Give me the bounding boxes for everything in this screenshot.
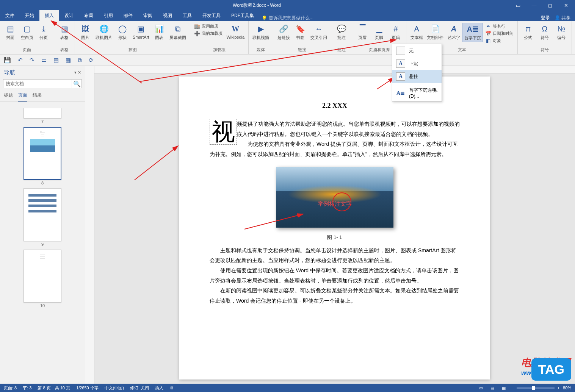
zoom-level[interactable]: 80% xyxy=(563,386,571,390)
save-button[interactable]: 💾 xyxy=(4,57,11,64)
qat-7[interactable]: ⧉ xyxy=(78,57,82,64)
group-pages: ▤封面 ▢空白页 ⤓分页 页面 xyxy=(0,21,54,54)
view-print-button[interactable]: ▤ xyxy=(488,384,497,391)
ribbon: ▤封面 ▢空白页 ⤓分页 页面 ▦表格 表格 🖼图片 🌐联机图片 ◯形状 ▣Sm… xyxy=(0,21,575,55)
login-link[interactable]: 登录 xyxy=(541,15,550,21)
cover-page-button[interactable]: ▤封面 xyxy=(2,23,18,41)
thumb-9[interactable] xyxy=(24,188,61,241)
search-icon[interactable]: 🔍 xyxy=(72,80,81,88)
close-button[interactable]: ✕ xyxy=(558,0,573,11)
drop-cap-selection[interactable]: 视 xyxy=(210,119,237,145)
drop-cap-dropped[interactable]: A下沉 xyxy=(392,57,442,70)
tab-pdf[interactable]: PDF工具集 xyxy=(226,10,259,21)
chart-button[interactable]: 📊图表 xyxy=(151,23,167,41)
document-area[interactable]: 2.2 XXX 视 频提供了功能强大的方法帮助您证明您的观点。当您单击联机视频时… xyxy=(94,66,575,384)
drop-cap-in-margin[interactable]: A悬挂 xyxy=(392,70,442,83)
tell-me[interactable]: 💡 告诉我您想要做什么... xyxy=(262,15,313,21)
page-number-button[interactable]: #页码 xyxy=(388,23,404,41)
thumbnails[interactable]: 7 视—————— 8 9 ———————————— 10 xyxy=(0,102,85,384)
thumb-7[interactable] xyxy=(24,108,61,119)
maximize-button[interactable]: ◻ xyxy=(542,0,558,11)
redo-button[interactable]: ↷ xyxy=(30,57,34,64)
thumb-10[interactable]: ———————————— xyxy=(24,250,61,303)
tab-review[interactable]: 审阅 xyxy=(138,10,158,21)
share-button[interactable]: 👤 共享 xyxy=(555,15,570,21)
thumb-8[interactable]: 视—————— xyxy=(24,127,61,180)
pictures-button[interactable]: 🖼图片 xyxy=(77,23,93,41)
qat-4[interactable]: ▭ xyxy=(41,57,47,64)
zoom-out-button[interactable]: − xyxy=(511,386,513,390)
tab-mailings[interactable]: 邮件 xyxy=(118,10,138,21)
horizontal-ruler[interactable] xyxy=(94,66,575,73)
status-extra-icon[interactable]: 🖥 xyxy=(169,386,174,390)
view-read-button[interactable]: ▭ xyxy=(477,384,485,391)
zoom-slider[interactable] xyxy=(517,387,555,389)
quick-parts-button[interactable]: 📄文档部件 xyxy=(425,23,445,41)
footer-button[interactable]: ▁页脚 xyxy=(371,23,387,41)
tab-file[interactable]: 文件 xyxy=(0,10,20,21)
drop-cap-button[interactable]: A≣首字下沉 xyxy=(462,23,483,42)
paragraph-4: 使用在需要位置出现的新按钮在 Word 中保存时间。若要更改图片适应文档的方式，… xyxy=(210,265,460,286)
signature-line-button[interactable]: ✒签名行 xyxy=(484,23,515,30)
hyperlink-button[interactable]: 🔗超链接 xyxy=(276,23,291,41)
online-pictures-button[interactable]: 🌐联机图片 xyxy=(94,23,114,41)
nav-close-button[interactable]: ▾ ✕ xyxy=(74,70,81,75)
wikipedia-button[interactable]: WWikipedia xyxy=(225,23,246,40)
view-web-button[interactable]: ▦ xyxy=(500,384,508,391)
ribbon-options-icon[interactable]: ▭ xyxy=(511,0,526,11)
group-links: 🔗超链接 🔖书签 ↔交叉引用 链接 xyxy=(273,21,331,54)
my-addins-button[interactable]: ➕我的加载项 xyxy=(193,30,224,37)
undo-button[interactable]: ↶ xyxy=(18,57,23,64)
nav-tab-pages[interactable]: 页面 xyxy=(18,92,27,102)
equation-button[interactable]: π公式 xyxy=(520,23,536,41)
cross-ref-button[interactable]: ↔交叉引用 xyxy=(309,23,329,41)
tab-tools[interactable]: 工具 xyxy=(177,10,197,21)
screenshot-button[interactable]: ⧉屏幕截图 xyxy=(168,23,188,41)
bookmark-button[interactable]: 🔖书签 xyxy=(292,23,308,41)
drop-cap-none[interactable]: 无 xyxy=(392,44,442,57)
object-button[interactable]: ◧对象 xyxy=(484,37,515,44)
vertical-ruler[interactable] xyxy=(85,66,94,384)
figure-image[interactable]: 举例标注文字 xyxy=(276,167,393,228)
pictures-label: 图片 xyxy=(81,35,89,41)
smartart-button[interactable]: ▣SmartArt xyxy=(131,23,150,40)
qat-5[interactable]: ▤ xyxy=(53,57,59,64)
comment-button[interactable]: 💬批注 xyxy=(334,23,349,41)
blank-page-button[interactable]: ▢空白页 xyxy=(19,23,35,41)
tab-layout[interactable]: 布局 xyxy=(79,10,99,21)
status-mode[interactable]: 插入 xyxy=(155,385,163,391)
qat-8[interactable]: ⟳ xyxy=(89,57,94,64)
status-page[interactable]: 页面: 8 xyxy=(4,385,17,391)
status-lang[interactable]: 中文(中国) xyxy=(105,385,124,391)
tab-view[interactable]: 视图 xyxy=(158,10,177,21)
online-video-button[interactable]: ▶联机视频 xyxy=(251,23,271,41)
bookmark-icon: 🔖 xyxy=(295,23,306,34)
tab-developer[interactable]: 开发工具 xyxy=(197,10,226,21)
tab-design[interactable]: 设计 xyxy=(59,10,79,21)
shapes-button[interactable]: ◯形状 xyxy=(114,23,130,41)
table-button[interactable]: ▦表格 xyxy=(56,23,72,41)
minimize-button[interactable]: — xyxy=(526,0,542,11)
qat-6[interactable]: ▦ xyxy=(66,57,71,64)
tab-references[interactable]: 引用 xyxy=(99,10,118,21)
store-button[interactable]: 🏬应用商店 xyxy=(193,23,224,30)
status-words[interactable]: 1/2650 个字 xyxy=(76,385,99,391)
nav-tab-headings[interactable]: 标题 xyxy=(4,92,13,102)
symbol-button[interactable]: Ω符号 xyxy=(537,23,553,41)
wordart-button[interactable]: A艺术字 xyxy=(446,23,462,41)
nav-tab-results[interactable]: 结果 xyxy=(33,92,42,102)
status-section[interactable]: 节: 3 xyxy=(23,385,31,391)
page-break-button[interactable]: ⤓分页 xyxy=(36,23,52,41)
zoom-in-button[interactable]: + xyxy=(558,386,560,390)
status-track[interactable]: 修订: 关闭 xyxy=(130,385,149,391)
date-time-button[interactable]: 📅日期和时间 xyxy=(484,30,515,37)
textbox-button[interactable]: A文本框 xyxy=(409,23,425,41)
search-input[interactable] xyxy=(3,80,72,88)
tab-home[interactable]: 开始 xyxy=(20,10,39,21)
header-button[interactable]: ▔页眉 xyxy=(354,23,370,41)
number-button[interactable]: №编号 xyxy=(553,23,569,41)
blank-page-icon: ▢ xyxy=(22,23,32,34)
tab-insert[interactable]: 插入 xyxy=(39,10,59,21)
thumb-10-num: 10 xyxy=(0,303,85,308)
status-page-of[interactable]: 第 8 页，共 10 页 xyxy=(38,385,70,391)
